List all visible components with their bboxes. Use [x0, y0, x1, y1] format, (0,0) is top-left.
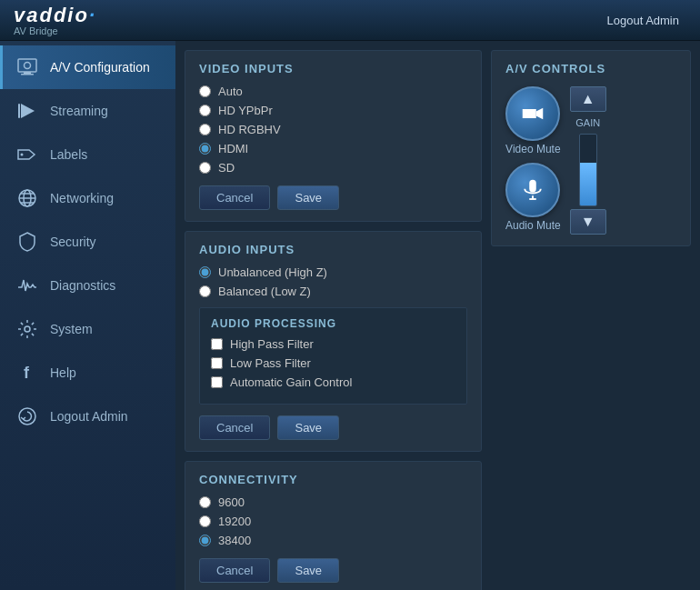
video-option-ypbpr[interactable]: HD YPbPr — [199, 104, 467, 117]
audio-processing-panel: AUDIO PROCESSING High Pass Filter Low Pa… — [199, 307, 467, 405]
logout-button[interactable]: Logout Admin — [599, 10, 686, 31]
logo-area: vaddio· AV Bridge — [14, 4, 96, 36]
video-inputs-title: VIDEO INPUTS — [199, 62, 467, 75]
video-inputs-panel: VIDEO INPUTS Auto HD YPbPr HD RGBHV HDMI — [185, 50, 482, 222]
sidebar-item-av-config[interactable]: A/V Configuration — [0, 45, 175, 89]
security-icon — [14, 229, 41, 255]
audio-processing-title: AUDIO PROCESSING — [211, 317, 455, 330]
video-option-hdmi[interactable]: HDMI — [199, 142, 467, 155]
video-radio-ypbpr[interactable] — [199, 105, 211, 116]
left-panels: VIDEO INPUTS Auto HD YPbPr HD RGBHV HDMI — [185, 50, 482, 581]
video-option-sd[interactable]: SD — [199, 161, 467, 175]
video-radio-rgbhv[interactable] — [199, 124, 211, 135]
header: vaddio· AV Bridge Logout Admin — [0, 0, 700, 41]
video-radio-sd[interactable] — [199, 162, 211, 174]
svg-point-12 — [25, 326, 30, 332]
sidebar-item-help[interactable]: f Help — [0, 351, 175, 395]
audio-inputs-cancel-button[interactable]: Cancel — [199, 415, 270, 440]
auto-gain-checkbox[interactable] — [211, 376, 223, 388]
video-inputs-cancel-button[interactable]: Cancel — [199, 185, 270, 210]
low-pass-filter-option[interactable]: Low Pass Filter — [211, 356, 455, 370]
audio-mute-group: Audio Mute — [505, 163, 561, 232]
mute-controls: Video Mute Audio Mu — [505, 86, 561, 232]
gain-label: GAIN — [575, 115, 600, 131]
sidebar-item-streaming[interactable]: Streaming — [0, 89, 175, 133]
audio-option-balanced[interactable]: Balanced (Low Z) — [199, 285, 467, 298]
connectivity-btn-row: Cancel Save — [199, 558, 467, 583]
gain-control: ▲ GAIN ▼ — [570, 86, 606, 235]
svg-rect-0 — [18, 59, 36, 72]
auto-gain-option[interactable]: Automatic Gain Control — [211, 375, 455, 389]
connectivity-option-19200[interactable]: 19200 — [199, 515, 467, 528]
labels-icon — [14, 142, 41, 167]
svg-rect-5 — [18, 104, 20, 118]
connectivity-panel: CONNECTIVITY 9600 19200 38400 Cancel Sav… — [185, 461, 482, 590]
streaming-icon — [14, 98, 41, 124]
diagnostics-icon — [14, 273, 41, 298]
app-subtitle: AV Bridge — [14, 25, 96, 36]
connectivity-radio-19200[interactable] — [199, 515, 211, 527]
sidebar-label-system: System — [50, 322, 93, 336]
high-pass-filter-checkbox[interactable] — [211, 338, 223, 350]
video-mute-group: Video Mute — [505, 86, 561, 155]
microphone-icon — [519, 176, 546, 204]
video-inputs-btn-row: Cancel Save — [199, 185, 467, 210]
audio-inputs-save-button[interactable]: Save — [277, 415, 339, 440]
audio-mute-label: Audio Mute — [505, 219, 561, 232]
av-config-icon — [14, 55, 41, 80]
camera-icon — [519, 100, 546, 127]
connectivity-radio-9600[interactable] — [199, 496, 211, 508]
sidebar-item-system[interactable]: System — [0, 307, 175, 351]
av-controls-panel: A/V CONTROLS Video Mute — [491, 50, 691, 246]
connectivity-option-38400[interactable]: 38400 — [199, 534, 467, 547]
connectivity-radio-38400[interactable] — [199, 535, 211, 546]
svg-rect-2 — [21, 74, 34, 75]
sidebar-label-streaming: Streaming — [50, 104, 108, 118]
audio-inputs-panel: AUDIO INPUTS Unbalanced (High Z) Balance… — [185, 231, 482, 452]
gain-slider-area — [579, 134, 597, 206]
gain-down-button[interactable]: ▼ — [570, 209, 606, 235]
connectivity-cancel-button[interactable]: Cancel — [199, 558, 270, 583]
video-radio-hdmi[interactable] — [199, 143, 211, 155]
networking-icon — [14, 185, 41, 211]
gain-slider[interactable] — [579, 134, 597, 206]
sidebar-label-networking: Networking — [50, 191, 114, 205]
sidebar-label-labels: Labels — [50, 147, 87, 162]
svg-rect-16 — [530, 180, 537, 193]
sidebar-item-logout[interactable]: Logout Admin — [0, 395, 175, 438]
high-pass-filter-option[interactable]: High Pass Filter — [211, 337, 455, 351]
sidebar-label-help: Help — [50, 365, 76, 380]
sidebar-item-security[interactable]: Security — [0, 220, 175, 264]
audio-option-unbalanced[interactable]: Unbalanced (High Z) — [199, 265, 467, 279]
sidebar-label-security: Security — [50, 235, 96, 249]
video-radio-auto[interactable] — [199, 85, 211, 97]
video-option-rgbhv[interactable]: HD RGBHV — [199, 123, 467, 136]
video-mute-label: Video Mute — [505, 143, 561, 155]
logo: vaddio· — [14, 4, 96, 27]
sidebar-item-networking[interactable]: Networking — [0, 176, 175, 220]
sidebar-item-diagnostics[interactable]: Diagnostics — [0, 264, 175, 307]
video-inputs-save-button[interactable]: Save — [277, 185, 339, 210]
sidebar-label-diagnostics: Diagnostics — [50, 278, 115, 293]
help-icon: f — [14, 360, 41, 385]
av-controls-title: A/V CONTROLS — [505, 62, 676, 75]
svg-marker-15 — [536, 108, 544, 120]
video-option-auto[interactable]: Auto — [199, 85, 467, 98]
connectivity-option-9600[interactable]: 9600 — [199, 495, 467, 509]
audio-radio-unbalanced[interactable] — [199, 266, 211, 278]
connectivity-save-button[interactable]: Save — [277, 558, 339, 583]
gain-up-button[interactable]: ▲ — [570, 86, 606, 112]
sidebar-item-labels[interactable]: Labels — [0, 133, 175, 176]
audio-radio-balanced[interactable] — [199, 285, 211, 297]
main-layout: A/V Configuration Streaming Labels — [0, 41, 700, 590]
audio-inputs-btn-row: Cancel Save — [199, 415, 467, 440]
video-mute-button[interactable] — [505, 86, 560, 141]
svg-point-14 — [19, 408, 35, 425]
gain-slider-fill — [580, 163, 596, 205]
av-controls-body: Video Mute Audio Mu — [505, 86, 676, 235]
audio-mute-button[interactable] — [505, 163, 560, 217]
svg-text:f: f — [24, 364, 30, 382]
low-pass-filter-checkbox[interactable] — [211, 357, 223, 369]
svg-point-6 — [21, 154, 24, 156]
logout-icon — [14, 404, 41, 429]
